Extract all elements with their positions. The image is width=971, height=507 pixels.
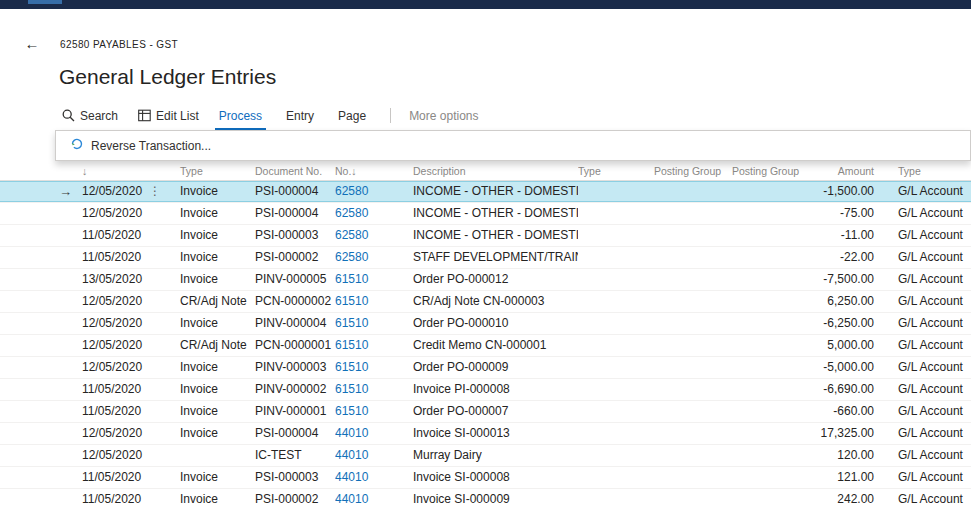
col-document-type[interactable]: Type — [164, 161, 255, 180]
cell-posting-date[interactable]: 11/05/2020 — [78, 247, 146, 268]
cell-posting-date[interactable]: 11/05/2020 — [78, 225, 146, 246]
cell-document-no[interactable]: PINV-000004 — [255, 313, 335, 334]
cell-amount[interactable]: 17,325.00 — [814, 423, 884, 444]
table-row[interactable]: 11/05/2020InvoicePINV-00000161510Order P… — [0, 401, 971, 423]
table-row[interactable]: 11/05/2020InvoicePSI-00000244010Invoice … — [0, 489, 971, 507]
cell-account-type[interactable]: G/L Account — [884, 401, 971, 422]
cell-account-type[interactable]: G/L Account — [884, 225, 971, 246]
cell-account-type[interactable]: G/L Account — [884, 335, 971, 356]
cell-document-type[interactable]: Invoice — [164, 181, 255, 202]
cell-document-type[interactable]: CR/Adj Note — [164, 291, 255, 312]
cell-account-type[interactable]: G/L Account — [884, 181, 971, 202]
col-document-no[interactable]: Document No. — [255, 161, 335, 180]
account-no-link[interactable]: 61510 — [335, 316, 368, 330]
cell-posting-date[interactable]: 12/05/2020 — [78, 181, 146, 202]
cell-document-type[interactable]: Invoice — [164, 489, 255, 507]
tab-process[interactable]: Process — [219, 101, 262, 130]
cell-amount[interactable]: 121.00 — [814, 467, 884, 488]
cell-description[interactable]: Order PO-000007 — [413, 401, 578, 422]
table-row[interactable]: 12/05/2020InvoicePSI-00000462580INCOME -… — [0, 203, 971, 225]
cell-document-type[interactable]: CR/Adj Note — [164, 335, 255, 356]
more-options-button[interactable]: More options — [409, 109, 478, 123]
cell-posting-date[interactable]: 11/05/2020 — [78, 379, 146, 400]
account-no-link[interactable]: 61510 — [335, 382, 368, 396]
cell-account-type[interactable]: G/L Account — [884, 423, 971, 444]
cell-account-type[interactable]: G/L Account — [884, 379, 971, 400]
table-row[interactable]: 12/05/2020InvoicePINV-00000461510Order P… — [0, 313, 971, 335]
col-posting-group-2[interactable]: Posting Group — [732, 161, 814, 180]
cell-amount[interactable]: -6,690.00 — [814, 379, 884, 400]
cell-document-no[interactable]: PINV-000003 — [255, 357, 335, 378]
cell-account-type[interactable]: G/L Account — [884, 445, 971, 466]
cell-posting-date[interactable]: 12/05/2020 — [78, 423, 146, 444]
cell-document-no[interactable]: PSI-000004 — [255, 423, 335, 444]
cell-amount[interactable]: -660.00 — [814, 401, 884, 422]
cell-amount[interactable]: -22.00 — [814, 247, 884, 268]
account-no-link[interactable]: 61510 — [335, 360, 368, 374]
cell-amount[interactable]: -11.00 — [814, 225, 884, 246]
cell-amount[interactable]: 6,250.00 — [814, 291, 884, 312]
table-row[interactable]: 13/05/2020InvoicePINV-00000561510Order P… — [0, 269, 971, 291]
cell-document-no[interactable]: PINV-000001 — [255, 401, 335, 422]
breadcrumb[interactable]: 62580 PAYABLES - GST — [60, 39, 178, 50]
cell-description[interactable]: Order PO-000010 — [413, 313, 578, 334]
cell-amount[interactable]: -6,250.00 — [814, 313, 884, 334]
cell-document-no[interactable]: PSI-000002 — [255, 247, 335, 268]
cell-description[interactable]: STAFF DEVELOPMENT/TRAINI... — [413, 247, 578, 268]
table-row[interactable]: 11/05/2020InvoicePSI-00000262580STAFF DE… — [0, 247, 971, 269]
account-no-link[interactable]: 62580 — [335, 206, 368, 220]
cell-posting-date[interactable]: 12/05/2020 — [78, 445, 146, 466]
account-no-link[interactable]: 61510 — [335, 294, 368, 308]
table-row[interactable]: 11/05/2020InvoicePSI-00000344010Invoice … — [0, 467, 971, 489]
table-row[interactable]: 12/05/2020CR/Adj NotePCN-000000261510CR/… — [0, 291, 971, 313]
account-no-link[interactable]: 62580 — [335, 228, 368, 242]
col-amount[interactable]: Amount — [814, 161, 884, 180]
col-posting-group-1[interactable]: Posting Group — [654, 161, 732, 180]
account-no-link[interactable]: 62580 — [335, 184, 368, 198]
cell-document-type[interactable]: Invoice — [164, 467, 255, 488]
cell-document-type[interactable]: Invoice — [164, 247, 255, 268]
cell-document-no[interactable]: IC-TEST — [255, 445, 335, 466]
col-account-no[interactable]: No.↓ — [335, 161, 413, 180]
cell-description[interactable]: INCOME - OTHER - DOMESTIC — [413, 225, 578, 246]
tab-entry[interactable]: Entry — [286, 101, 314, 130]
cell-account-type[interactable]: G/L Account — [884, 247, 971, 268]
col-description[interactable]: Description — [413, 161, 578, 180]
table-row[interactable]: 12/05/2020IC-TEST44010Murray Dairy120.00… — [0, 445, 971, 467]
cell-document-no[interactable]: PINV-000005 — [255, 269, 335, 290]
table-row[interactable]: 12/05/2020CR/Adj NotePCN-000000161510Cre… — [0, 335, 971, 357]
table-row[interactable]: →12/05/2020⋮InvoicePSI-00000462580INCOME… — [0, 181, 971, 203]
cell-document-no[interactable]: PCN-0000001 — [255, 335, 335, 356]
cell-description[interactable]: Invoice SI-000008 — [413, 467, 578, 488]
cell-document-type[interactable]: Invoice — [164, 401, 255, 422]
cell-document-type[interactable]: Invoice — [164, 357, 255, 378]
cell-amount[interactable]: -1,500.00 — [814, 181, 884, 202]
cell-document-type[interactable]: Invoice — [164, 379, 255, 400]
cell-account-type[interactable]: G/L Account — [884, 489, 971, 507]
edit-list-button[interactable]: Edit List — [138, 101, 199, 130]
table-row[interactable]: 12/05/2020InvoicePSI-00000444010Invoice … — [0, 423, 971, 445]
cell-posting-date[interactable]: 11/05/2020 — [78, 489, 146, 507]
cell-amount[interactable]: 5,000.00 — [814, 335, 884, 356]
account-no-link[interactable]: 44010 — [335, 426, 368, 440]
cell-posting-date[interactable]: 12/05/2020 — [78, 203, 146, 224]
cell-document-no[interactable]: PSI-000004 — [255, 181, 335, 202]
cell-account-type[interactable]: G/L Account — [884, 269, 971, 290]
cell-document-no[interactable]: PSI-000002 — [255, 489, 335, 507]
search-button[interactable]: Search — [62, 101, 118, 130]
cell-document-type[interactable]: Invoice — [164, 269, 255, 290]
cell-document-type[interactable] — [164, 445, 255, 466]
col-account-type[interactable]: Type — [884, 161, 971, 180]
tab-page[interactable]: Page — [338, 101, 366, 130]
cell-document-no[interactable]: PSI-000004 — [255, 203, 335, 224]
cell-description[interactable]: INCOME - OTHER - DOMESTIC — [413, 203, 578, 224]
cell-document-type[interactable]: Invoice — [164, 225, 255, 246]
cell-description[interactable]: CR/Adj Note CN-000003 — [413, 291, 578, 312]
cell-amount[interactable]: -5,000.00 — [814, 357, 884, 378]
cell-account-type[interactable]: G/L Account — [884, 357, 971, 378]
cell-document-no[interactable]: PCN-0000002 — [255, 291, 335, 312]
account-no-link[interactable]: 62580 — [335, 250, 368, 264]
cell-description[interactable]: Order PO-000009 — [413, 357, 578, 378]
cell-amount[interactable]: -7,500.00 — [814, 269, 884, 290]
col-posting-date-sort[interactable]: ↓ — [78, 161, 146, 180]
